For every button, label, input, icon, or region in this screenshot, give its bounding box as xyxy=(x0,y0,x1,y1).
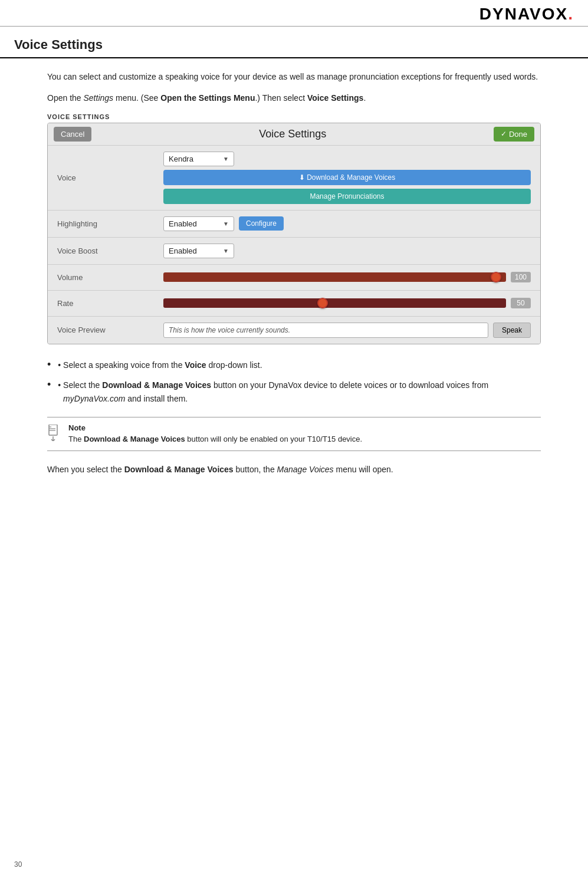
device-cancel-button[interactable]: Cancel xyxy=(54,127,91,142)
voice-boost-row-content: Enabled ▼ xyxy=(163,244,531,258)
rate-row-content: 50 xyxy=(163,298,531,308)
rate-slider-container: 50 xyxy=(163,298,531,308)
manage-voices-italic: Manage Voices xyxy=(277,465,334,474)
bullet-text-1: Select a speaking voice from the Voice d… xyxy=(63,359,262,371)
voice-preview-text: This is how the voice currently sounds. xyxy=(163,323,488,338)
voice-dropdown-arrow: ▼ xyxy=(223,156,229,162)
device-ui-title: Voice Settings xyxy=(91,128,493,140)
page-footer: 30 xyxy=(14,860,22,869)
volume-row-content: 100 xyxy=(163,272,531,282)
screenshot-label: Voice Settings xyxy=(47,113,541,120)
device-done-button[interactable]: ✓ Done xyxy=(494,127,534,142)
voice-boost-dropdown-arrow: ▼ xyxy=(223,248,229,254)
note-box: Note The Download & Manage Voices button… xyxy=(47,417,541,452)
device-ui-mockup: Cancel Voice Settings ✓ Done Voice Kendr… xyxy=(47,123,541,344)
checkmark-icon: ✓ xyxy=(501,130,507,138)
device-row-volume: Volume 100 xyxy=(48,265,540,291)
highlighting-row-content: Enabled ▼ Configure xyxy=(163,216,531,231)
volume-slider-thumb[interactable] xyxy=(491,272,501,282)
open-settings-bold: Open the Settings Menu xyxy=(160,93,255,103)
volume-row-label: Volume xyxy=(57,273,163,282)
rate-row-label: Rate xyxy=(57,299,163,308)
bullet-item-2: • Select the Download & Manage Voices bu… xyxy=(47,379,541,405)
voice-settings-bold: Voice Settings xyxy=(307,93,363,103)
voice-preview-row-label: Voice Preview xyxy=(57,325,163,334)
device-row-rate: Rate 50 xyxy=(48,291,540,317)
highlighting-dropdown[interactable]: Enabled ▼ xyxy=(163,216,234,231)
highlighting-dropdown-value: Enabled xyxy=(169,219,197,228)
note-content: Note The Download & Manage Voices button… xyxy=(68,423,362,445)
manage-pronunciations-button[interactable]: Manage Pronunciations xyxy=(163,189,531,204)
closing-bold: Download & Manage Voices xyxy=(124,465,234,474)
speak-button[interactable]: Speak xyxy=(493,323,531,338)
myDynaVox-italic: myDynaVox.com xyxy=(63,394,125,403)
done-label: Done xyxy=(509,130,527,139)
voice-dropdown[interactable]: Kendra ▼ xyxy=(163,152,234,166)
note-bold: Download & Manage Voices xyxy=(84,435,185,443)
download-bold: Download & Manage Voices xyxy=(102,380,211,390)
page-title: Voice Settings xyxy=(14,37,574,52)
manage-pronunciations-label: Manage Pronunciations xyxy=(310,192,384,200)
note-svg-icon xyxy=(47,425,61,441)
page-title-section: Voice Settings xyxy=(0,27,588,58)
device-row-voice: Voice Kendra ▼ ⬇ Download & Manage Voice… xyxy=(48,146,540,211)
configure-button[interactable]: Configure xyxy=(239,216,284,231)
device-body: Voice Kendra ▼ ⬇ Download & Manage Voice… xyxy=(48,146,540,344)
rate-slider-track[interactable] xyxy=(163,298,506,308)
bullet-dot-1: • xyxy=(58,359,63,371)
logo-dot: . xyxy=(568,5,574,23)
volume-slider-value: 100 xyxy=(511,272,531,282)
rate-slider-value: 50 xyxy=(511,298,531,308)
settings-menu-text: Open the Settings menu. (See Open the Se… xyxy=(47,91,541,104)
page-number: 30 xyxy=(14,860,22,869)
speak-label: Speak xyxy=(502,326,522,334)
voice-boost-dropdown-value: Enabled xyxy=(169,246,197,255)
closing-paragraph: When you select the Download & Manage Vo… xyxy=(47,463,541,476)
download-icon: ⬇ xyxy=(299,173,307,182)
device-row-voice-boost: Voice Boost Enabled ▼ xyxy=(48,238,540,265)
device-row-voice-preview: Voice Preview This is how the voice curr… xyxy=(48,317,540,344)
voice-bold: Voice xyxy=(185,360,206,370)
voice-dropdown-value: Kendra xyxy=(169,154,193,163)
page-header: DYNAVOX. xyxy=(0,0,588,27)
voice-row-label: Voice xyxy=(57,173,163,182)
configure-label: Configure xyxy=(246,219,277,228)
voice-boost-row-label: Voice Boost xyxy=(57,246,163,255)
svg-rect-0 xyxy=(49,425,57,435)
voice-row-content: Kendra ▼ ⬇ Download & Manage Voices Mana… xyxy=(163,152,531,204)
bullet-text-2: Select the Download & Manage Voices butt… xyxy=(63,379,541,405)
dynavox-logo: DYNAVOX. xyxy=(479,5,574,24)
note-icon xyxy=(47,425,61,445)
rate-slider-thumb[interactable] xyxy=(317,298,328,308)
volume-slider-track[interactable] xyxy=(163,272,506,282)
voice-preview-row-content: This is how the voice currently sounds. … xyxy=(163,323,531,338)
highlighting-dropdown-arrow: ▼ xyxy=(223,221,229,227)
voice-boost-dropdown[interactable]: Enabled ▼ xyxy=(163,244,234,258)
highlighting-row-label: Highlighting xyxy=(57,219,163,228)
device-row-highlighting: Highlighting Enabled ▼ Configure xyxy=(48,211,540,238)
download-manage-voices-label: Download & Manage Voices xyxy=(307,173,395,182)
bullet-dot-2: • xyxy=(58,379,63,392)
bullet-list: • Select a speaking voice from the Voice… xyxy=(47,359,541,405)
bullet-item-1: • Select a speaking voice from the Voice… xyxy=(47,359,541,371)
note-text: The Download & Manage Voices button will… xyxy=(68,433,362,445)
volume-slider-container: 100 xyxy=(163,272,531,282)
settings-italic: Settings xyxy=(84,93,114,103)
intro-paragraph1: You can select and customize a speaking … xyxy=(47,70,541,83)
main-content: You can select and customize a speaking … xyxy=(0,70,588,508)
note-title: Note xyxy=(68,423,362,432)
download-manage-voices-button[interactable]: ⬇ Download & Manage Voices xyxy=(163,170,531,185)
device-titlebar: Cancel Voice Settings ✓ Done xyxy=(48,123,540,146)
